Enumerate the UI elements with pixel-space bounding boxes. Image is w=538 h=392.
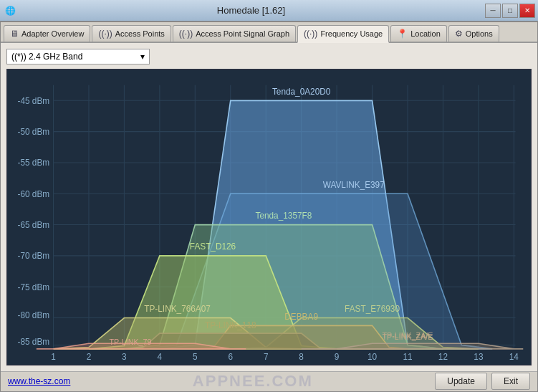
svg-text:WAVLINK_E397: WAVLINK_E397 xyxy=(323,180,385,190)
action-buttons: Update Exit xyxy=(435,373,530,390)
access-points-icon: ((·)) xyxy=(98,29,112,39)
svg-text:10: 10 xyxy=(368,352,378,362)
svg-text:5: 5 xyxy=(193,352,198,362)
svg-text:12: 12 xyxy=(438,352,448,362)
minimize-button[interactable]: ─ xyxy=(485,4,501,18)
maximize-button[interactable]: □ xyxy=(502,4,518,18)
svg-text:13: 13 xyxy=(474,352,484,362)
svg-text:9: 9 xyxy=(335,352,340,362)
svg-text:2: 2 xyxy=(87,352,92,362)
svg-text:TP-LINK_766A07: TP-LINK_766A07 xyxy=(144,304,211,314)
svg-text:TP-LINK_118: TP-LINK_118 xyxy=(205,320,256,330)
tab-access-points[interactable]: ((·)) Access Points xyxy=(92,25,170,42)
band-label: ((*)) 2.4 GHz Band xyxy=(11,52,82,62)
location-icon: 📍 xyxy=(397,29,408,39)
chart-svg: -45 dBm -50 dBm -55 dBm -60 dBm -65 dBm … xyxy=(7,70,531,365)
main-window: 🖥 Adapter Overview ((·)) Access Points (… xyxy=(0,21,538,392)
svg-text:14: 14 xyxy=(509,352,519,362)
svg-text:-50 dBm: -50 dBm xyxy=(17,127,49,137)
svg-text:DEBBA9: DEBBA9 xyxy=(284,312,318,322)
tab-signal-graph[interactable]: ((·)) Access Point Signal Graph xyxy=(173,25,296,42)
tab-adapter-overview[interactable]: 🖥 Adapter Overview xyxy=(4,25,90,42)
adapter-icon: 🖥 xyxy=(10,29,19,39)
band-selector-row: ((*)) 2.4 GHz Band ▾ xyxy=(6,49,532,64)
svg-text:-85 dBm: -85 dBm xyxy=(17,337,49,347)
bottom-bar: www.the-sz.com APPNEE.COM Update Exit xyxy=(1,371,537,392)
svg-text:4: 4 xyxy=(158,352,163,362)
svg-text:3: 3 xyxy=(122,352,127,362)
svg-text:-80 dBm: -80 dBm xyxy=(17,310,49,320)
svg-text:TP-LINK_79: TP-LINK_79 xyxy=(109,338,151,346)
svg-text:Tenda_0A20D0: Tenda_0A20D0 xyxy=(272,87,331,97)
signal-graph-icon: ((·)) xyxy=(179,29,193,39)
app-icon: 🌐 xyxy=(3,4,17,18)
band-dropdown[interactable]: ((*)) 2.4 GHz Band ▾ xyxy=(6,49,150,64)
content-area: ((*)) 2.4 GHz Band ▾ xyxy=(1,43,537,371)
tab-bar: 🖥 Adapter Overview ((·)) Access Points (… xyxy=(1,22,537,43)
window-controls: ─ □ ✕ xyxy=(485,4,535,18)
svg-text:7: 7 xyxy=(264,352,269,362)
svg-text:-55 dBm: -55 dBm xyxy=(17,158,49,168)
tab-options[interactable]: ⚙ Options xyxy=(448,25,499,42)
svg-text:Tenda_1357F8: Tenda_1357F8 xyxy=(255,211,312,221)
svg-text:-75 dBm: -75 dBm xyxy=(17,282,49,292)
svg-text:TP-LINK_ZA/E: TP-LINK_ZA/E xyxy=(383,333,433,341)
website-link[interactable]: www.the-sz.com xyxy=(8,376,70,386)
svg-text:1: 1 xyxy=(51,352,56,362)
svg-text:-70 dBm: -70 dBm xyxy=(17,251,49,261)
svg-text:11: 11 xyxy=(403,352,413,362)
titlebar: 🌐 Homedale [1.62] ─ □ ✕ xyxy=(0,0,538,21)
tab-location[interactable]: 📍 Location xyxy=(390,25,447,42)
svg-text:-45 dBm: -45 dBm xyxy=(17,96,49,106)
update-button[interactable]: Update xyxy=(435,373,487,390)
options-icon: ⚙ xyxy=(455,29,463,39)
svg-text:-60 dBm: -60 dBm xyxy=(17,189,49,199)
svg-text:FAST_E76930: FAST_E76930 xyxy=(345,304,400,314)
watermark: APPNEE.COM xyxy=(193,372,313,391)
frequency-chart: -45 dBm -50 dBm -55 dBm -60 dBm -65 dBm … xyxy=(6,69,532,365)
tab-frequency-usage[interactable]: ((·)) Frequency Usage xyxy=(297,25,389,43)
close-button[interactable]: ✕ xyxy=(519,4,535,18)
svg-text:-65 dBm: -65 dBm xyxy=(17,220,49,230)
svg-text:FAST_D126: FAST_D126 xyxy=(190,242,236,252)
window-title: Homedale [1.62] xyxy=(17,5,485,16)
frequency-icon: ((·)) xyxy=(304,29,317,39)
svg-text:8: 8 xyxy=(299,352,304,362)
exit-button[interactable]: Exit xyxy=(491,373,530,390)
chevron-down-icon: ▾ xyxy=(140,52,145,62)
svg-text:6: 6 xyxy=(228,352,233,362)
